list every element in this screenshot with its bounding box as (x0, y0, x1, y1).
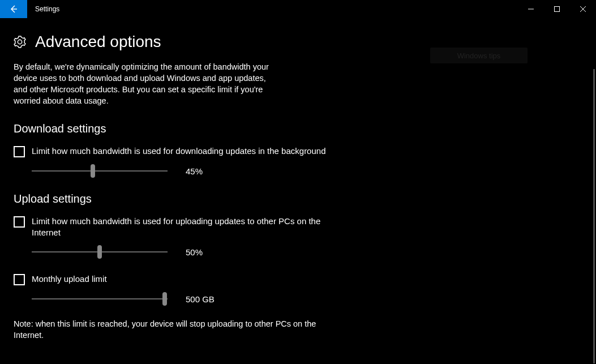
intro-text: By default, we're dynamically optimizing… (14, 61, 274, 106)
page-title: Advanced options (35, 33, 161, 51)
app-title: Settings (27, 0, 59, 18)
upload-limit-checkbox[interactable] (14, 216, 25, 228)
tip-label: Windows tips (457, 52, 501, 60)
minimize-button[interactable] (518, 0, 544, 18)
upload-limit-note: Note: when this limit is reached, your d… (14, 318, 331, 341)
vertical-scrollbar[interactable] (593, 69, 595, 363)
download-limit-checkbox[interactable] (14, 146, 25, 157)
upload-bandwidth-slider[interactable] (32, 245, 168, 259)
windows-tips-banner[interactable]: Windows tips (430, 48, 528, 63)
maximize-button[interactable] (544, 0, 570, 18)
upload-settings-section: Upload settings Limit how much bandwidth… (14, 192, 596, 306)
gear-icon (14, 36, 26, 48)
download-limit-label: Limit how much bandwidth is used for dow… (32, 145, 326, 157)
minimize-icon (528, 6, 534, 12)
svg-rect-0 (555, 7, 560, 12)
back-button[interactable] (0, 0, 27, 18)
monthly-upload-limit-value: 500 GB (186, 294, 220, 304)
download-bandwidth-value: 45% (186, 166, 220, 176)
maximize-icon (554, 6, 560, 12)
download-bandwidth-slider[interactable] (32, 164, 168, 178)
close-icon (580, 6, 586, 12)
arrow-left-icon (9, 5, 18, 14)
download-settings-section: Download settings Limit how much bandwid… (14, 122, 596, 178)
monthly-upload-limit-slider[interactable] (32, 292, 168, 306)
titlebar: Settings (0, 0, 596, 18)
upload-limit-label: Limit how much bandwidth is used for upl… (32, 216, 331, 238)
monthly-upload-limit-label: Monthly upload limit (32, 273, 107, 285)
close-button[interactable] (570, 0, 596, 18)
monthly-upload-limit-checkbox[interactable] (14, 274, 25, 285)
upload-bandwidth-value: 50% (186, 247, 220, 257)
download-heading: Download settings (14, 122, 596, 135)
upload-heading: Upload settings (14, 192, 596, 205)
